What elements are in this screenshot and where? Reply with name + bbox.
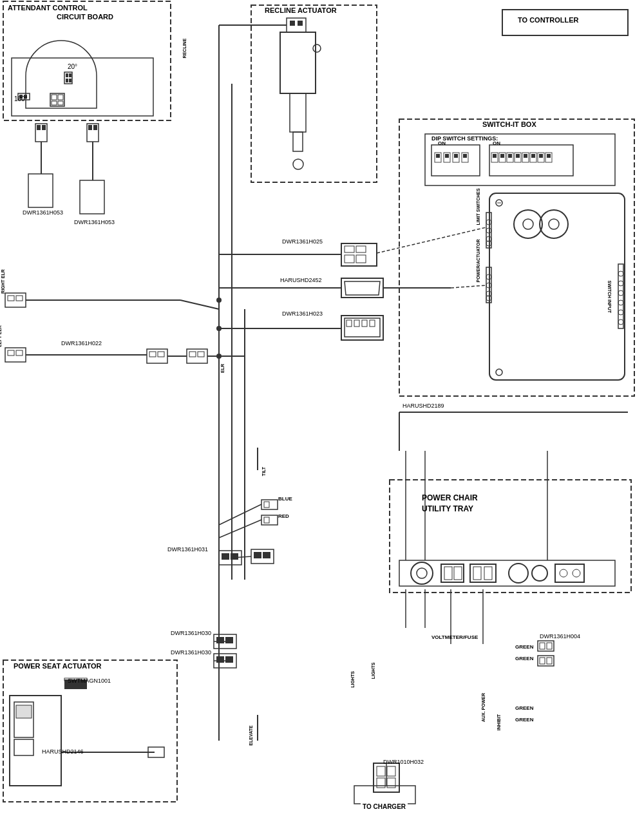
part-dwr1361h031: DWR1361H031 bbox=[167, 546, 208, 553]
svg-point-67 bbox=[496, 200, 502, 206]
svg-line-100 bbox=[451, 285, 486, 288]
to-controller-label: TO CONTROLLER bbox=[515, 16, 582, 24]
svg-rect-120 bbox=[198, 352, 204, 357]
power-seat-actuator-title: POWER SEAT ACTUATOR bbox=[12, 662, 103, 670]
dip-on-label-2: ON bbox=[493, 140, 500, 146]
svg-rect-97 bbox=[341, 278, 383, 298]
green-label-1: GREEN bbox=[515, 644, 533, 650]
svg-point-137 bbox=[411, 562, 433, 584]
svg-rect-174 bbox=[225, 656, 233, 663]
svg-rect-94 bbox=[345, 255, 354, 263]
svg-rect-185 bbox=[540, 658, 545, 664]
svg-rect-172 bbox=[214, 654, 236, 668]
svg-rect-52 bbox=[507, 153, 513, 162]
power-actuator-label: POWER/ACTUATOR bbox=[476, 239, 480, 282]
svg-rect-38 bbox=[399, 119, 634, 396]
power-chair-utility-title: POWER CHAIR UTILITY TRAY bbox=[422, 493, 478, 515]
attendant-control-title: ATTENDANT CONTROL CIRCUIT BOARD bbox=[8, 3, 162, 22]
svg-rect-41 bbox=[435, 153, 441, 162]
svg-rect-21 bbox=[88, 125, 92, 130]
part-dwr1010h032: DWR1010H032 bbox=[383, 759, 424, 765]
svg-rect-6 bbox=[66, 73, 68, 77]
svg-point-85 bbox=[618, 271, 623, 276]
svg-point-33 bbox=[293, 159, 303, 169]
svg-point-148 bbox=[560, 569, 567, 577]
svg-rect-27 bbox=[290, 93, 306, 132]
svg-rect-17 bbox=[42, 125, 46, 130]
svg-rect-22 bbox=[93, 125, 97, 130]
svg-rect-105 bbox=[370, 320, 375, 327]
svg-point-78 bbox=[549, 219, 559, 229]
svg-rect-183 bbox=[547, 643, 552, 649]
svg-rect-119 bbox=[189, 352, 196, 357]
svg-rect-113 bbox=[16, 350, 23, 356]
svg-rect-111 bbox=[5, 348, 26, 362]
svg-rect-170 bbox=[216, 637, 224, 643]
svg-rect-194 bbox=[354, 786, 415, 804]
svg-rect-60 bbox=[508, 154, 512, 158]
svg-rect-61 bbox=[516, 154, 520, 158]
svg-rect-108 bbox=[16, 296, 23, 301]
svg-rect-92 bbox=[345, 246, 354, 252]
part-dwr1361h030-1: DWR1361H030 bbox=[171, 630, 211, 636]
degree-20-label: 20° bbox=[68, 63, 77, 70]
svg-rect-182 bbox=[540, 643, 545, 649]
svg-point-89 bbox=[618, 310, 623, 315]
svg-text:LEFT ELR: LEFT ELR bbox=[0, 325, 2, 346]
voltmeter-fuse-label: VOLTMETER/FUSE bbox=[431, 634, 478, 640]
svg-line-110 bbox=[180, 300, 219, 309]
svg-rect-64 bbox=[539, 154, 543, 158]
svg-rect-26 bbox=[280, 32, 316, 93]
svg-rect-44 bbox=[462, 153, 468, 162]
svg-point-212 bbox=[216, 298, 222, 303]
svg-point-88 bbox=[618, 300, 623, 305]
svg-rect-1 bbox=[12, 58, 153, 116]
svg-rect-106 bbox=[5, 293, 26, 307]
svg-rect-181 bbox=[538, 641, 554, 651]
svg-rect-57 bbox=[545, 153, 552, 162]
svg-rect-45 bbox=[436, 154, 440, 158]
svg-point-82 bbox=[486, 291, 491, 296]
svg-rect-159 bbox=[219, 551, 242, 565]
svg-rect-79 bbox=[486, 267, 491, 303]
svg-text:RECLINE: RECLINE bbox=[182, 38, 187, 58]
svg-rect-143 bbox=[473, 567, 481, 580]
svg-rect-19 bbox=[28, 174, 53, 207]
degree-180-label: 180° bbox=[14, 95, 28, 102]
svg-rect-167 bbox=[261, 515, 278, 525]
svg-point-149 bbox=[573, 569, 580, 577]
svg-rect-7 bbox=[69, 73, 71, 77]
svg-rect-95 bbox=[356, 255, 366, 263]
svg-rect-168 bbox=[264, 517, 269, 523]
svg-rect-117 bbox=[158, 352, 164, 357]
inhibit-label: INHIBIT bbox=[497, 714, 501, 730]
dip-on-label-1: ON bbox=[438, 140, 446, 146]
svg-rect-49 bbox=[489, 145, 573, 176]
svg-rect-54 bbox=[522, 153, 529, 162]
svg-text:TILT: TILT bbox=[261, 466, 266, 476]
svg-rect-152 bbox=[14, 702, 33, 737]
svg-rect-63 bbox=[531, 154, 535, 158]
svg-text:ELEVATE: ELEVATE bbox=[249, 725, 253, 746]
svg-rect-43 bbox=[453, 153, 459, 162]
svg-rect-102 bbox=[346, 320, 352, 327]
switch-it-box-title: SWITCH-IT BOX bbox=[480, 120, 539, 128]
svg-rect-104 bbox=[362, 320, 367, 327]
part-dwr1361h023: DWR1361H023 bbox=[282, 310, 323, 317]
svg-rect-70 bbox=[486, 213, 491, 248]
svg-point-213 bbox=[216, 326, 222, 331]
svg-rect-139 bbox=[441, 564, 464, 582]
green-label-2: GREEN bbox=[515, 656, 533, 661]
wiring-diagram-svg: RECLINE RIGHT ELR LEFT ELR TILT ELEVATE … bbox=[0, 0, 644, 816]
svg-point-145 bbox=[509, 564, 528, 583]
svg-rect-8 bbox=[66, 79, 68, 82]
green-label-3: GREEN bbox=[515, 705, 533, 711]
svg-point-71 bbox=[486, 220, 491, 225]
svg-rect-24 bbox=[80, 180, 104, 214]
svg-point-81 bbox=[486, 283, 491, 288]
svg-rect-176 bbox=[374, 763, 399, 792]
svg-point-74 bbox=[486, 241, 491, 246]
svg-rect-46 bbox=[445, 154, 449, 158]
svg-rect-163 bbox=[254, 552, 261, 558]
svg-point-75 bbox=[514, 210, 542, 238]
